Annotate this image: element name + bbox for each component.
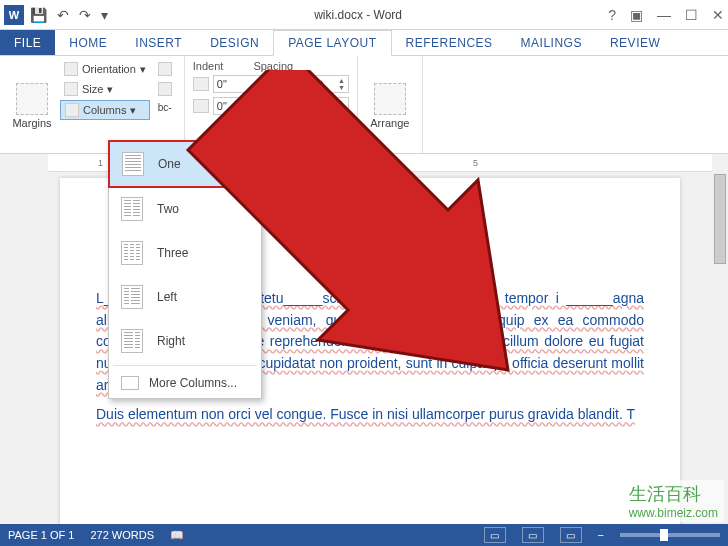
size-button[interactable]: Size▾ [60,80,150,98]
scrollbar-thumb[interactable] [714,174,726,264]
dropdown-separator [113,365,257,366]
chevron-down-icon: ▾ [107,83,113,96]
orientation-button[interactable]: Orientation▾ [60,60,150,78]
zoom-slider[interactable] [620,533,720,537]
ribbon-options-icon[interactable]: ▣ [630,7,643,23]
document-area: 1 5 L________ amet, consectetu_____scing… [0,154,712,524]
spacing-header: Spacing [253,60,293,74]
paragraph-2: Duis elementum non orci vel congue. Fusc… [96,404,644,426]
tab-references[interactable]: REFERENCES [392,30,507,55]
hyphenation-button[interactable]: bc- [154,100,176,115]
one-column-icon [122,152,144,176]
spacing-before-row: 12 pt▲▼ [275,74,349,94]
left-column-icon [121,285,143,309]
arrange-icon [374,83,406,115]
columns-option-right[interactable]: Right [109,319,261,363]
qat-customize-icon[interactable]: ▾ [101,7,108,23]
arrange-button[interactable]: Arrange [366,60,414,151]
quick-access-toolbar: 💾 ↶ ↷ ▾ [30,7,108,23]
ruler-mark: 1 [98,158,103,168]
margins-button[interactable]: Margins [8,60,56,151]
chevron-down-icon: ▾ [140,63,146,76]
chevron-down-icon: ▾ [130,104,136,117]
word-count[interactable]: 272 WORDS [90,529,154,541]
spacing-before-icon [275,77,291,91]
indent-left-row: 0"▲▼ [193,74,267,94]
watermark: 生活百科 www.bimeiz.com [623,480,724,522]
breaks-button[interactable] [154,60,176,78]
more-columns-icon [121,376,139,390]
two-column-icon [121,197,143,221]
indent-right-icon [193,99,209,113]
status-bar: PAGE 1 OF 1 272 WORDS 📖 ▭ ▭ ▭ − [0,524,728,546]
maximize-icon[interactable]: ☐ [685,7,698,23]
margins-label: Margins [12,117,51,129]
spacing-after-input[interactable]: 0 pt▲▼ [295,97,349,115]
save-icon[interactable]: 💾 [30,7,47,23]
three-column-icon [121,241,143,265]
undo-icon[interactable]: ↶ [57,7,69,23]
app-icon: W [4,5,24,25]
tab-insert[interactable]: INSERT [121,30,196,55]
group-arrange: Arrange [358,56,423,153]
minimize-icon[interactable]: — [657,7,671,23]
ribbon-tabs: FILE HOME INSERT DESIGN PAGE LAYOUT REFE… [0,30,728,56]
tab-review[interactable]: REVIEW [596,30,674,55]
ruler-mark: 5 [473,158,478,168]
group-page-setup: Margins Orientation▾ Size▾ Columns▾ bc- [0,56,185,153]
zoom-out-icon[interactable]: − [598,529,604,541]
view-read-mode[interactable]: ▭ [484,527,506,543]
window-title: wiki.docx - Word [108,8,608,22]
tab-file[interactable]: FILE [0,30,55,55]
margins-icon [16,83,48,115]
line-numbers-icon [158,82,172,96]
indent-header: Indent [193,60,224,74]
columns-option-one[interactable]: One [108,140,262,188]
vertical-scrollbar[interactable] [712,154,728,524]
spacing-after-row: 0 pt▲▼ [275,96,349,116]
title-bar: W 💾 ↶ ↷ ▾ wiki.docx - Word ? ▣ — ☐ ✕ [0,0,728,30]
indent-left-icon [193,77,209,91]
line-numbers-button[interactable] [154,80,176,98]
indent-left-input[interactable]: 0"▲▼ [213,75,267,93]
columns-icon [65,103,79,117]
redo-icon[interactable]: ↷ [79,7,91,23]
right-column-icon [121,329,143,353]
columns-option-left[interactable]: Left [109,275,261,319]
indent-right-row: 0"▲▼ [193,96,267,116]
columns-option-two[interactable]: Two [109,187,261,231]
size-icon [64,82,78,96]
columns-option-three[interactable]: Three [109,231,261,275]
spacing-before-input[interactable]: 12 pt▲▼ [295,75,349,93]
close-icon[interactable]: ✕ [712,7,724,23]
columns-button[interactable]: Columns▾ [60,100,150,120]
orientation-icon [64,62,78,76]
window-buttons: ? ▣ — ☐ ✕ [608,7,724,23]
breaks-icon [158,62,172,76]
tab-page-layout[interactable]: PAGE LAYOUT [273,30,391,56]
view-print-layout[interactable]: ▭ [522,527,544,543]
more-columns-option[interactable]: More Columns... [109,368,261,398]
view-web-layout[interactable]: ▭ [560,527,582,543]
page-indicator[interactable]: PAGE 1 OF 1 [8,529,74,541]
help-icon[interactable]: ? [608,7,616,23]
tab-design[interactable]: DESIGN [196,30,273,55]
tab-mailings[interactable]: MAILINGS [507,30,596,55]
spacing-after-icon [275,99,291,113]
zoom-knob[interactable] [660,529,668,541]
group-paragraph: Indent Spacing 0"▲▼ 0"▲▼ 12 pt▲▼ 0 pt▲▼ … [185,56,358,153]
proofing-icon[interactable]: 📖 [170,529,184,542]
columns-dropdown: One Two Three Left Right More Columns... [108,140,262,399]
tab-home[interactable]: HOME [55,30,121,55]
indent-right-input[interactable]: 0"▲▼ [213,97,267,115]
